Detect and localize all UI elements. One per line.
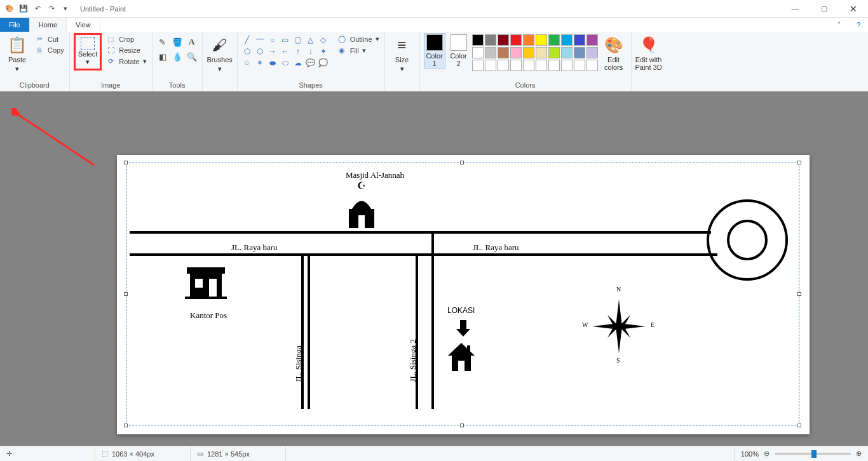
palette-swatch[interactable] [574, 60, 585, 71]
size-button[interactable]: ≡ Size ▾ [389, 33, 416, 73]
select-dropdown-icon[interactable]: ▾ [86, 58, 90, 66]
brushes-button[interactable]: 🖌 Brushes ▾ [207, 33, 233, 73]
zoom-slider[interactable] [775, 453, 851, 455]
canvas-workspace[interactable]: Masjid Al-Jannah ☪ JL. Raya baru JL. Ray… [0, 91, 868, 446]
selection-handle-nw[interactable] [124, 161, 128, 164]
edit-colors-button[interactable]: 🎨 Edit colors [600, 33, 627, 71]
minimize-button[interactable]: — [780, 0, 810, 18]
crop-button[interactable]: ⬚Crop [104, 34, 147, 44]
zoom-slider-thumb[interactable] [811, 450, 817, 458]
help-icon[interactable]: ? [849, 18, 868, 32]
palette-swatch[interactable] [498, 34, 509, 46]
palette-swatch[interactable] [485, 34, 496, 46]
annotation-arrow-icon [11, 108, 100, 171]
tab-home[interactable]: Home [30, 18, 67, 32]
text-tool-icon[interactable]: A [186, 36, 198, 48]
rotate-button[interactable]: ⟳Rotate ▾ [104, 57, 147, 66]
selection-handle-w[interactable] [124, 292, 128, 296]
color-palette[interactable] [472, 33, 598, 71]
canvas-size-icon: ▭ [197, 450, 203, 458]
color2-button[interactable]: Color 2 [448, 33, 470, 67]
palette-swatch[interactable] [536, 47, 547, 58]
selection-handle-s[interactable] [460, 424, 464, 427]
palette-swatch[interactable] [561, 47, 573, 58]
picker-tool-icon[interactable]: 💧 [171, 50, 184, 63]
svg-rect-12 [458, 361, 465, 371]
resize-button[interactable]: ⛶Resize [104, 46, 147, 55]
redo-icon[interactable]: ↷ [46, 4, 57, 13]
brushes-dropdown-icon[interactable]: ▾ [218, 65, 222, 73]
palette-swatch[interactable] [574, 34, 585, 46]
palette-swatch[interactable] [510, 34, 522, 46]
shape-fill-button[interactable]: ◉Fill ▾ [336, 46, 381, 55]
palette-swatch[interactable] [523, 34, 534, 46]
palette-swatch[interactable] [548, 34, 560, 46]
selection-handle-ne[interactable] [797, 161, 801, 164]
outline-label: Outline [350, 36, 372, 43]
palette-swatch[interactable] [561, 60, 573, 71]
house-icon [444, 340, 479, 375]
qat-dropdown-icon[interactable]: ▾ [60, 4, 71, 13]
palette-swatch[interactable] [587, 60, 598, 71]
palette-swatch[interactable] [548, 47, 560, 58]
selection-handle-sw[interactable] [124, 424, 128, 427]
shape-outline-button[interactable]: ◯Outline ▾ [336, 34, 381, 44]
palette-swatch[interactable] [485, 47, 496, 58]
selection-handle-e[interactable] [797, 292, 801, 296]
selection-handle-n[interactable] [460, 161, 464, 164]
palette-swatch[interactable] [574, 47, 585, 58]
palette-swatch[interactable] [510, 47, 522, 58]
paste-label: Paste [8, 56, 26, 63]
palette-swatch[interactable] [498, 47, 509, 58]
palette-swatch[interactable] [536, 34, 547, 46]
zoom-out-button[interactable]: ⊖ [764, 450, 770, 458]
group-colors: Color 1 Color 2 🎨 Edit colors Colors [420, 32, 632, 91]
magnifier-tool-icon[interactable]: 🔍 [186, 50, 198, 63]
road-label-3: JL. Sisinga [294, 345, 304, 382]
copy-icon: ⎘ [34, 46, 44, 54]
paste-button[interactable]: 📋 Paste ▾ [4, 33, 31, 73]
select-icon [81, 37, 95, 50]
tab-file[interactable]: File [0, 18, 30, 32]
canvas[interactable]: Masjid Al-Jannah ☪ JL. Raya baru JL. Ray… [117, 155, 810, 434]
road-v2b [431, 231, 434, 409]
svg-point-5 [728, 221, 766, 259]
eraser-tool-icon[interactable]: ◧ [156, 50, 169, 63]
paint3d-button[interactable]: 🎈 Edit with Paint 3D [635, 33, 662, 71]
pencil-tool-icon[interactable]: ✎ [156, 36, 169, 48]
collapse-ribbon-icon[interactable]: ˄ [830, 18, 849, 32]
palette-swatch[interactable] [510, 60, 522, 71]
selection-handle-se[interactable] [797, 424, 801, 427]
paste-dropdown-icon[interactable]: ▾ [15, 65, 19, 73]
maximize-button[interactable]: ▢ [810, 0, 839, 18]
palette-swatch[interactable] [587, 34, 598, 46]
palette-swatch[interactable] [523, 47, 534, 58]
close-button[interactable]: ✕ [839, 0, 868, 18]
palette-swatch[interactable] [561, 34, 573, 46]
group-label-colors: Colors [424, 80, 627, 91]
tab-view[interactable]: View [67, 18, 100, 32]
palette-swatch[interactable] [472, 60, 484, 71]
cut-button[interactable]: ✂Cut [33, 34, 65, 44]
bucket-tool-icon[interactable]: 🪣 [171, 36, 184, 48]
road-label-2: JL. Raya baru [473, 243, 519, 253]
palette-swatch[interactable] [472, 47, 484, 58]
color1-button[interactable]: Color 1 [424, 33, 445, 69]
svg-point-4 [708, 201, 787, 279]
zoom-in-button[interactable]: ⊕ [856, 450, 862, 458]
svg-rect-3 [358, 215, 365, 228]
status-bar: ✛ ⬚1063 × 404px ▭1281 × 545px 100% ⊖ ⊕ [0, 446, 868, 461]
palette-swatch[interactable] [536, 60, 547, 71]
undo-icon[interactable]: ↶ [32, 4, 43, 13]
palette-swatch[interactable] [548, 60, 560, 71]
select-button[interactable]: Select ▾ [77, 36, 99, 67]
palette-swatch[interactable] [587, 47, 598, 58]
copy-button[interactable]: ⎘Copy [33, 46, 65, 55]
palette-swatch[interactable] [498, 60, 509, 71]
shapes-gallery[interactable]: ╱〰○▭▢△◇ ⬠⬡→←↑↓✦ ☆✶⬬⬭☁💬💭 [241, 33, 329, 68]
palette-swatch[interactable] [472, 34, 484, 46]
save-icon[interactable]: 💾 [18, 4, 29, 13]
palette-swatch[interactable] [485, 60, 496, 71]
size-dropdown-icon[interactable]: ▾ [400, 65, 404, 73]
palette-swatch[interactable] [523, 60, 534, 71]
